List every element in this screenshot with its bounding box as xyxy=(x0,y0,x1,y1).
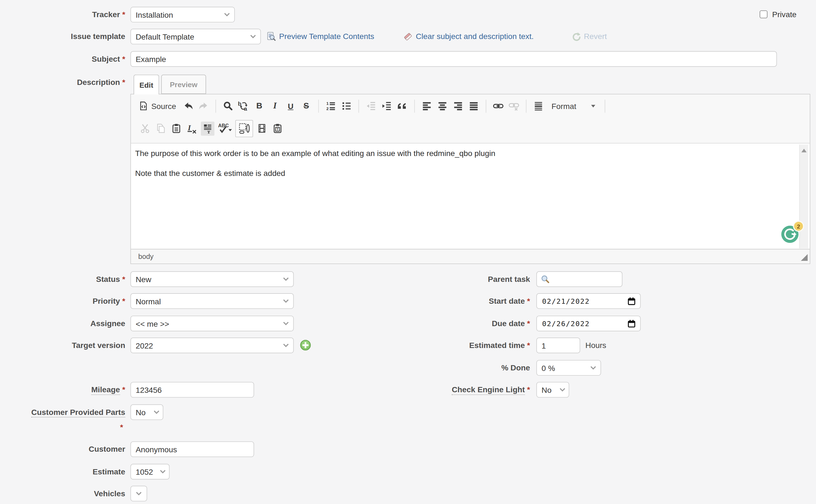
required-marker: * xyxy=(527,319,530,328)
estimated-time-input[interactable] xyxy=(536,337,580,353)
numbered-list-icon: 1 2 xyxy=(326,101,336,111)
copy-icon xyxy=(155,123,166,134)
source-button[interactable]: Source xyxy=(138,99,179,113)
percent-done-select[interactable]: 0 % xyxy=(536,360,601,376)
chevron-down-icon xyxy=(283,277,289,281)
issue-edit-form: Tracker * Installation Private Issue tem… xyxy=(0,0,816,504)
paste-text-button[interactable]: T xyxy=(271,121,284,136)
private-checkbox[interactable] xyxy=(760,11,767,18)
indent-button[interactable] xyxy=(380,99,393,113)
replace-button[interactable]: b a xyxy=(237,99,250,113)
calendar-icon[interactable] xyxy=(627,319,636,328)
unlink-button[interactable] xyxy=(507,99,521,113)
align-right-icon xyxy=(453,101,463,111)
required-marker: * xyxy=(122,274,125,283)
redo-button[interactable] xyxy=(197,99,210,113)
description-textarea[interactable]: The purpose of this work order is to be … xyxy=(131,144,810,250)
add-version-button[interactable] xyxy=(300,340,311,351)
placeholder-button[interactable] xyxy=(235,120,253,137)
replace-icon: b a xyxy=(238,101,249,111)
undo-button[interactable] xyxy=(181,99,195,113)
bulleted-list-button[interactable] xyxy=(340,99,353,113)
align-center-button[interactable] xyxy=(436,99,449,113)
source-button-label: Source xyxy=(151,102,176,110)
blockquote-button[interactable] xyxy=(396,99,409,113)
preview-template-link[interactable]: Preview Template Contents xyxy=(279,29,374,45)
numbered-list-button[interactable]: 1 2 xyxy=(324,99,337,113)
blockquote-icon xyxy=(396,101,408,111)
paste-button[interactable] xyxy=(170,121,183,136)
calendar-icon[interactable] xyxy=(627,297,636,305)
required-marker: * xyxy=(122,385,125,394)
magnifier-icon xyxy=(540,274,550,284)
due-date-label: Due date * xyxy=(402,316,530,331)
mileage-input[interactable] xyxy=(131,382,254,398)
toolbar-row-1: Source xyxy=(137,98,609,114)
tracker-select[interactable]: Installation xyxy=(131,7,235,23)
vehicles-label: Vehicles xyxy=(0,486,125,502)
source-icon xyxy=(138,101,149,111)
scroll-up-arrow-icon[interactable] xyxy=(801,149,806,152)
target-version-select[interactable]: 2022 xyxy=(131,337,294,353)
subject-input[interactable] xyxy=(131,51,777,67)
editor-toolbar: Source xyxy=(131,94,810,143)
svg-text:ABC: ABC xyxy=(218,123,229,128)
justify-button[interactable] xyxy=(467,99,480,113)
subject-label: Subject * xyxy=(0,51,125,67)
line-spacing-button[interactable] xyxy=(532,99,545,113)
svg-text:T: T xyxy=(277,128,279,131)
cut-button[interactable] xyxy=(138,121,152,136)
svg-text:1: 1 xyxy=(326,101,329,106)
chevron-down-icon xyxy=(224,12,230,17)
customer-input[interactable] xyxy=(131,441,254,457)
media-button[interactable] xyxy=(255,121,269,136)
status-select[interactable]: New xyxy=(131,271,294,287)
priority-label: Priority * xyxy=(0,293,125,309)
revert-link[interactable]: Revert xyxy=(584,29,607,45)
align-right-button[interactable] xyxy=(451,99,465,113)
priority-select[interactable]: Normal xyxy=(131,293,294,309)
link-button[interactable] xyxy=(492,99,505,113)
format-dropdown[interactable]: Format xyxy=(547,99,599,113)
customer-provided-parts-select[interactable]: No xyxy=(131,404,163,420)
outdent-button[interactable] xyxy=(364,99,378,113)
tab-edit[interactable]: Edit xyxy=(134,75,159,95)
chevron-down-icon xyxy=(283,321,289,326)
search-icon xyxy=(223,101,233,111)
chevron-down-icon xyxy=(283,343,289,347)
issue-template-label: Issue template xyxy=(0,29,125,45)
estimate-select[interactable]: 1052 xyxy=(131,464,170,480)
estimated-time-label: Estimated time * xyxy=(402,337,530,353)
strikethrough-button[interactable]: S xyxy=(300,99,313,113)
paste-from-word-button[interactable] xyxy=(201,121,214,136)
remove-format-button[interactable]: I xyxy=(185,121,199,136)
bold-button[interactable]: B xyxy=(253,99,266,113)
cut-icon xyxy=(140,123,150,134)
bulleted-list-icon xyxy=(341,101,352,111)
start-date-input[interactable]: 02/21/2022 xyxy=(536,293,641,309)
assignee-select[interactable]: << me >> xyxy=(131,316,294,331)
format-dropdown-label: Format xyxy=(552,102,576,110)
resize-handle-icon[interactable] xyxy=(801,254,808,261)
spell-check-button[interactable]: ABC xyxy=(217,121,233,136)
copy-button[interactable] xyxy=(154,121,167,136)
link-icon xyxy=(493,101,504,111)
editor-scrollbar[interactable] xyxy=(799,144,808,248)
required-marker: * xyxy=(122,54,125,63)
check-engine-light-select[interactable]: No xyxy=(536,382,569,398)
italic-button[interactable]: I xyxy=(268,99,282,113)
due-date-input[interactable]: 02/26/2022 xyxy=(536,316,641,331)
svg-text:2: 2 xyxy=(326,106,329,111)
clear-subject-description-link[interactable]: Clear subject and description text. xyxy=(416,29,534,45)
align-left-button[interactable] xyxy=(420,99,433,113)
mileage-label: Mileage * xyxy=(0,382,125,398)
find-button[interactable] xyxy=(221,99,235,113)
preview-template-icon xyxy=(266,31,277,42)
toolbar-separator xyxy=(358,99,359,112)
element-path-label[interactable]: body xyxy=(138,253,154,260)
vehicles-select[interactable] xyxy=(131,486,147,502)
issue-template-select[interactable]: Default Template xyxy=(131,29,261,45)
underline-button[interactable]: U xyxy=(284,99,297,113)
tab-preview[interactable]: Preview xyxy=(161,75,206,94)
description-line: Note that the customer & estimate is add… xyxy=(131,167,810,178)
